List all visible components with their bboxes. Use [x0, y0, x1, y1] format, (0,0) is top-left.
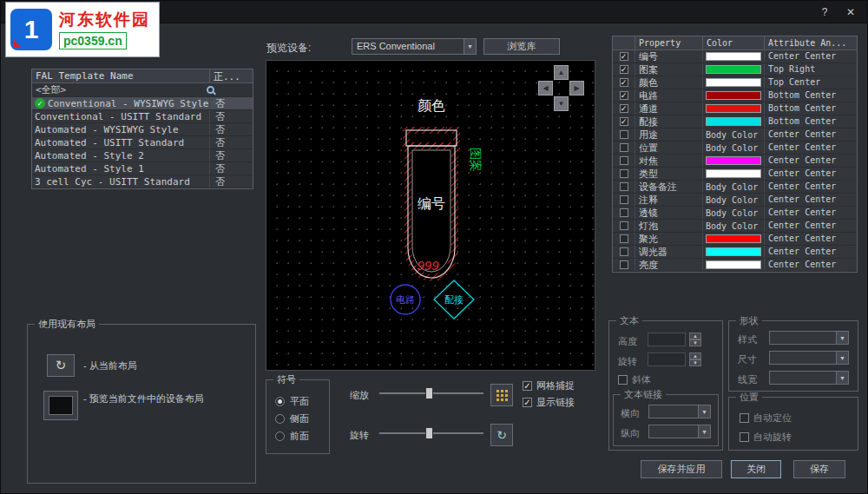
- property-row[interactable]: 灯泡Body ColorCenter Center: [613, 220, 857, 233]
- text-rotation-input[interactable]: [648, 352, 686, 366]
- template-row[interactable]: ✓Conventional - WYSIWYG Style否: [32, 97, 253, 110]
- property-row[interactable]: 设备备注Body ColorCenter Center: [613, 181, 857, 194]
- close-button[interactable]: ✕: [841, 4, 860, 20]
- pan-down-button[interactable]: ▼: [554, 96, 569, 111]
- device-select[interactable]: ERS Conventional ▼: [352, 38, 477, 55]
- symbol-radio-option[interactable]: 侧面: [275, 410, 309, 427]
- vertical-select[interactable]: ▼: [648, 425, 711, 438]
- style-select[interactable]: ▼: [769, 331, 849, 345]
- property-row[interactable]: ✓编号Center Center: [613, 50, 857, 63]
- linewidth-select[interactable]: ▼: [769, 371, 849, 385]
- pan-left-button[interactable]: ◀: [538, 81, 553, 96]
- property-row[interactable]: ✓配接Bottom Center: [613, 115, 857, 128]
- color-swatch[interactable]: [706, 91, 761, 100]
- property-checkbox[interactable]: ✓: [620, 104, 628, 113]
- template-row[interactable]: Automated - WYSIWYG Style否: [32, 123, 253, 136]
- preview-canvas[interactable]: 颜色 图案 编号 999 电路 配接 ▲ ◀ ▶ ▼: [266, 60, 595, 371]
- color-swatch[interactable]: [706, 156, 761, 165]
- column-header-attribute[interactable]: Attribute An...: [765, 36, 857, 49]
- property-checkbox[interactable]: [620, 130, 628, 139]
- search-icon[interactable]: [207, 86, 214, 94]
- property-row[interactable]: ✓通道Bottom Center: [613, 102, 857, 115]
- height-stepper[interactable]: ▲ ▼: [689, 333, 701, 346]
- rotate-slider[interactable]: [379, 426, 483, 440]
- column-header-color[interactable]: Color: [703, 36, 765, 49]
- save-and-apply-button[interactable]: 保存并应用: [641, 460, 722, 478]
- zoom-slider[interactable]: [379, 386, 483, 400]
- italic-checkbox[interactable]: 斜体: [618, 373, 651, 386]
- column-header-property[interactable]: Property: [635, 36, 703, 49]
- close-dialog-button[interactable]: 关闭: [731, 460, 781, 478]
- color-swatch[interactable]: [706, 234, 761, 243]
- property-row[interactable]: 位置Body ColorCenter Center: [613, 142, 857, 155]
- symbol-radio-option[interactable]: 平面: [275, 392, 309, 410]
- reset-rotation-button[interactable]: ↻: [490, 424, 513, 446]
- column-header-template-name[interactable]: FAL Template Name: [32, 69, 210, 82]
- pan-right-button[interactable]: ▶: [569, 81, 584, 96]
- text-rotation-stepper[interactable]: ▲ ▼: [689, 352, 701, 366]
- template-row[interactable]: Automated - Style 2否: [32, 149, 253, 162]
- property-checkbox[interactable]: [620, 143, 628, 152]
- symbol-radio-option[interactable]: 前面: [275, 427, 309, 445]
- property-checkbox[interactable]: [620, 182, 628, 191]
- color-swatch[interactable]: [706, 247, 761, 256]
- pan-up-button[interactable]: ▲: [554, 65, 569, 80]
- color-swatch[interactable]: [706, 260, 761, 269]
- column-header-checkbox[interactable]: [613, 36, 635, 49]
- from-current-layout-button[interactable]: ↻: [47, 354, 75, 377]
- color-swatch[interactable]: [706, 117, 761, 126]
- color-swatch[interactable]: [706, 52, 761, 61]
- help-button[interactable]: ?: [815, 4, 834, 20]
- slider-thumb[interactable]: [425, 387, 433, 399]
- property-row[interactable]: 调光器Center Center: [613, 246, 857, 259]
- preview-layout-button[interactable]: [43, 391, 78, 420]
- property-checkbox[interactable]: [620, 247, 628, 256]
- property-checkbox[interactable]: [620, 208, 628, 217]
- save-button[interactable]: 保存: [793, 460, 845, 478]
- property-checkbox[interactable]: ✓: [620, 91, 628, 100]
- template-row[interactable]: Automated - Style 1否: [32, 162, 253, 175]
- property-row[interactable]: 用途Body ColorCenter Center: [613, 128, 857, 142]
- property-checkbox[interactable]: [620, 221, 628, 230]
- show-links-checkbox[interactable]: ✓ 显示链接: [523, 396, 575, 409]
- color-swatch[interactable]: [706, 169, 761, 178]
- template-row[interactable]: Automated - USITT Standard否: [32, 136, 253, 149]
- auto-rotate-checkbox[interactable]: 自动旋转: [740, 431, 792, 444]
- grid-display-button[interactable]: [490, 384, 513, 406]
- stepper-up-icon[interactable]: ▲: [689, 352, 701, 359]
- property-checkbox[interactable]: ✓: [620, 117, 628, 126]
- property-checkbox[interactable]: ✓: [620, 65, 628, 74]
- property-row[interactable]: 亮度Center Center: [613, 259, 857, 272]
- slider-thumb[interactable]: [425, 427, 433, 439]
- auto-position-checkbox[interactable]: 自动定位: [740, 412, 792, 425]
- stepper-down-icon[interactable]: ▼: [689, 339, 701, 346]
- property-row[interactable]: ✓图案Top Right: [613, 63, 857, 76]
- grid-snap-checkbox[interactable]: ✓ 网格捕捉: [523, 379, 575, 392]
- property-row[interactable]: 类型Center Center: [613, 168, 857, 181]
- template-filter-row[interactable]: <全部>: [32, 83, 253, 97]
- template-row[interactable]: Conventional - USITT Standard否: [32, 110, 253, 123]
- property-row[interactable]: 透镜Body ColorCenter Center: [613, 207, 857, 220]
- height-input[interactable]: [648, 333, 686, 346]
- horizontal-select[interactable]: ▼: [648, 405, 711, 418]
- property-row[interactable]: ✓颜色Top Center: [613, 76, 857, 89]
- property-row[interactable]: 聚光Center Center: [613, 233, 857, 246]
- template-row[interactable]: 3 cell Cyc - USITT Standard否: [32, 175, 253, 188]
- column-header-flag[interactable]: 正...: [210, 69, 253, 82]
- property-checkbox[interactable]: ✓: [620, 78, 628, 87]
- property-checkbox[interactable]: ✓: [620, 52, 628, 61]
- color-swatch[interactable]: [706, 78, 761, 87]
- property-checkbox[interactable]: [620, 234, 628, 243]
- property-checkbox[interactable]: [620, 156, 628, 165]
- property-checkbox[interactable]: [620, 195, 628, 204]
- property-row[interactable]: 注释Body ColorCenter Center: [613, 194, 857, 207]
- stepper-down-icon[interactable]: ▼: [689, 359, 701, 366]
- property-row[interactable]: ✓电路Bottom Center: [613, 89, 857, 102]
- size-select[interactable]: ▼: [769, 351, 849, 365]
- property-checkbox[interactable]: [620, 169, 628, 178]
- color-swatch[interactable]: [706, 65, 761, 74]
- stepper-up-icon[interactable]: ▲: [689, 333, 701, 339]
- browse-library-button[interactable]: 浏览库: [483, 38, 560, 55]
- property-checkbox[interactable]: [620, 260, 628, 269]
- property-row[interactable]: 对焦Center Center: [613, 155, 857, 168]
